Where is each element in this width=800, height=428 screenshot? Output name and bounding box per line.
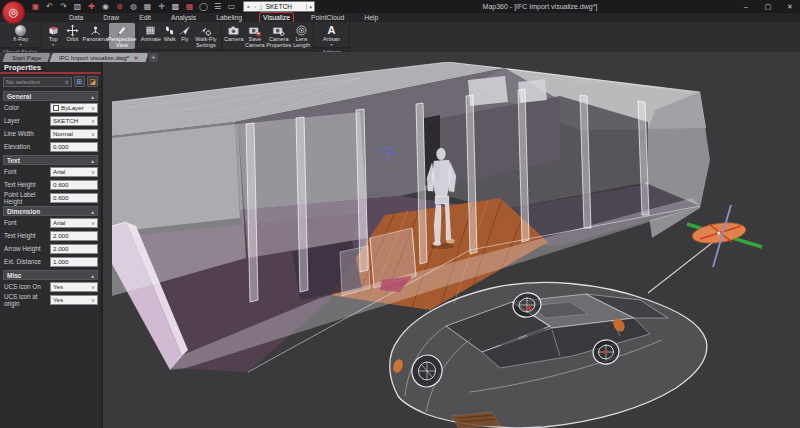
view-icon[interactable]: ◉	[100, 0, 111, 13]
paste-icon[interactable]: ▧	[72, 0, 83, 13]
field-ucs-icon-origin: UCS icon at origin Yes ∨	[0, 293, 101, 306]
section-header-general[interactable]: General ▴	[3, 91, 98, 101]
text-height-input[interactable]: 0.600	[50, 180, 98, 190]
redo-icon[interactable]: ↷	[58, 0, 69, 13]
calendar-icon[interactable]: ▦	[142, 0, 153, 13]
add-point-icon[interactable]: ⊕	[114, 0, 125, 13]
field-ext-distance: Ext. Distance 1.000	[0, 255, 101, 268]
field-line-width: Line Width Normal ∨	[0, 127, 101, 140]
undo-icon[interactable]: ↶	[44, 0, 55, 13]
tab-pointcloud[interactable]: PointCloud	[308, 13, 347, 22]
save-icon[interactable]: ▣	[30, 0, 41, 13]
tab-draw[interactable]: Draw	[100, 13, 122, 22]
field-text-font: Font Arial ∨	[0, 165, 101, 178]
text-font-select[interactable]: Arial ∨	[50, 167, 98, 177]
tab-data[interactable]: Data	[66, 13, 86, 22]
field-text-height: Text Height 0.600	[0, 178, 101, 191]
display-icon[interactable]: ▭	[226, 0, 237, 13]
xray-button[interactable]: X-Ray ▾	[2, 23, 39, 47]
field-ucs-icon-on: UCS icon On Yes ∨	[0, 280, 101, 293]
title-bar: ◎ ▣ ↶ ↷ ▧ ✚ ◉ ⊕ ◍ ▦ ✛ ▩ ▦ ◯ ☰ ▭ ◐ + ✶ ▫ …	[0, 0, 800, 13]
tab-labeling[interactable]: Labeling	[213, 13, 245, 22]
viewport-3d[interactable]	[103, 62, 800, 428]
arrow-height-input[interactable]: 2.000	[50, 244, 98, 254]
section-header-text[interactable]: Text ▴	[3, 155, 98, 165]
app-window: ◎ ▣ ↶ ↷ ▧ ✚ ◉ ⊕ ◍ ▦ ✛ ▩ ▦ ◯ ☰ ▭ ◐ + ✶ ▫ …	[0, 0, 800, 428]
quick-select-button[interactable]: ⊞	[74, 76, 85, 87]
chevron-down-icon: ▾	[52, 43, 54, 47]
layer-select[interactable]: SKETCH ∨	[50, 116, 98, 126]
collapse-icon: ▴	[91, 271, 94, 279]
ext-distance-input[interactable]: 1.000	[50, 257, 98, 267]
collapse-icon: ▴	[91, 207, 94, 215]
walk-fly-settings-button[interactable]: Walk-Fly Settings	[193, 23, 219, 49]
tab-analysis[interactable]: Analysis	[168, 13, 199, 22]
color-swatch	[53, 105, 59, 111]
pickadd-toggle-button[interactable]: ◪	[87, 76, 98, 87]
window-title: Map360 - [IFC Import visualize.dwg*]	[430, 0, 650, 13]
save-camera-button[interactable]: Save Camera	[245, 23, 266, 49]
layer-combo[interactable]: ✶ ▫ ▯ SKETCH ▾	[243, 1, 315, 12]
ucs-icon-origin-select[interactable]: Yes ∨	[50, 295, 98, 305]
selection-dropdown[interactable]: No selection ∨	[3, 77, 72, 87]
field-dim-text-height: Text Height 2.000	[0, 229, 101, 242]
circle-icon[interactable]: ◯	[198, 0, 209, 13]
section-header-dimension[interactable]: Dimension ▴	[3, 206, 98, 216]
camera-button[interactable]: Camera	[224, 23, 244, 49]
properties-panel: Properties No selection ∨ ⊞ ◪ General ▴ …	[0, 62, 103, 428]
dim-font-select[interactable]: Arial ∨	[50, 218, 98, 228]
walk-button[interactable]: Walk	[162, 23, 177, 49]
selection-row: No selection ∨ ⊞ ◪	[0, 74, 101, 89]
collapse-icon: ▴	[91, 92, 94, 100]
grid-icon[interactable]: ▦	[184, 0, 195, 13]
field-arrow-height: Arrow Height 2.000	[0, 242, 101, 255]
dim-text-height-input[interactable]: 2.000	[50, 231, 98, 241]
globe-icon[interactable]: ◍	[128, 0, 139, 13]
tab-help[interactable]: Help	[361, 13, 381, 22]
camera-properties-button[interactable]: Camera Properties	[266, 23, 291, 49]
collapse-icon: ▴	[91, 156, 94, 164]
tab-ifc-import-visualize[interactable]: IFC Import visualize.dwg* ✕	[50, 53, 148, 62]
layers-icon[interactable]: ▩	[170, 0, 181, 13]
new-tab-button[interactable]: +	[149, 53, 158, 62]
elevation-input[interactable]: 0.000	[50, 142, 98, 152]
ribbon-group-visual-styles: X-Ray ▾ Visual Styles	[0, 22, 42, 52]
panel-title: Properties	[0, 62, 101, 74]
panorama-button[interactable]: Panorama	[83, 23, 108, 49]
lens-length-button[interactable]: Lens Length	[292, 23, 311, 49]
fly-button[interactable]: Fly	[178, 23, 192, 49]
section-header-misc[interactable]: Misc ▴	[3, 270, 98, 280]
window-controls: – ▢ ✕	[740, 0, 796, 13]
line-width-select[interactable]: Normal ∨	[50, 129, 98, 139]
orbit-button[interactable]: Orbit	[63, 23, 81, 49]
field-dim-font: Font Arial ∨	[0, 216, 101, 229]
chevron-down-icon: ▾	[306, 4, 312, 10]
document-tab-bar: Start Page IFC Import visualize.dwg* ✕ +	[0, 52, 800, 62]
artisan-button[interactable]: A Artisan ▾	[316, 23, 347, 47]
point-label-height-input[interactable]: 0.600	[50, 193, 98, 203]
ucs-icon-on-select[interactable]: Yes ∨	[50, 282, 98, 292]
maximize-button[interactable]: ▢	[762, 0, 774, 13]
measure-icon[interactable]: ✚	[86, 0, 97, 13]
quick-access-toolbar: ▣ ↶ ↷ ▧ ✚ ◉ ⊕ ◍ ▦ ✛ ▩ ▦ ◯ ☰ ▭ ◐ +	[30, 0, 265, 13]
ribbon-group-cameras: Camera Save Camera Camera Properties	[222, 22, 314, 52]
move-icon[interactable]: ✛	[156, 0, 167, 13]
chevron-down-icon: ∨	[64, 78, 69, 85]
map360-logo-icon[interactable]: ◎	[2, 1, 25, 24]
tab-start-page[interactable]: Start Page	[3, 53, 51, 62]
minimize-button[interactable]: –	[740, 0, 752, 13]
top-view-button[interactable]: Top ▾	[44, 23, 62, 49]
ribbon-group-artisan: A Artisan ▾ Artisan	[314, 22, 350, 52]
tab-edit[interactable]: Edit	[136, 13, 154, 22]
color-select[interactable]: ByLayer ∨	[50, 103, 98, 113]
animate-button[interactable]: Animate	[140, 23, 161, 49]
ribbon-group-animate: Animate Walk Fly	[138, 22, 222, 52]
list-icon[interactable]: ☰	[212, 0, 223, 13]
perspective-view-button[interactable]: Perspective View	[109, 23, 135, 49]
logo-glyph: ◎	[9, 6, 19, 19]
field-color: Color ByLayer ∨	[0, 101, 101, 114]
layer-state-icons: ✶ ▫ ▯	[246, 4, 264, 10]
close-button[interactable]: ✕	[784, 0, 796, 13]
field-point-label-height: Point Label Height 0.600	[0, 191, 101, 204]
ribbon-group-navigate: Top ▾ Orbit Panorama	[42, 22, 138, 52]
